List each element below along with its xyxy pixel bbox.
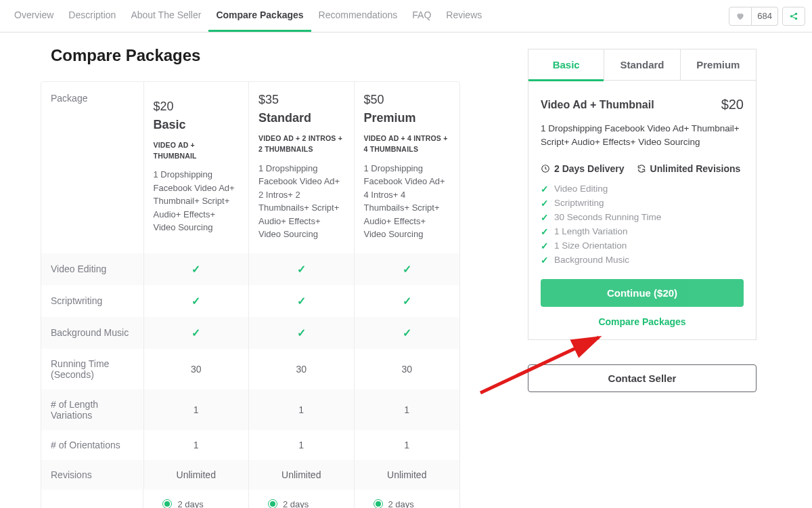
package-header-standard[interactable]: $35StandardVIDEO AD + 2 INTROS + 2 THUMB…	[249, 82, 355, 253]
table-cell: ✓	[249, 285, 355, 317]
delivery-radio[interactable]: 2 days	[374, 499, 414, 509]
table-row-label: Scriptwriting	[41, 285, 144, 317]
share-icon	[789, 12, 798, 21]
refresh-icon	[637, 164, 646, 173]
package-card-desc: 1 Dropshipping Facebook Video Ad+ Thumbn…	[541, 122, 744, 150]
table-row-label: Running Time (Seconds)	[41, 349, 144, 389]
package-tab-standard[interactable]: Standard	[604, 49, 680, 81]
delivery-radio[interactable]: 2 days	[162, 499, 203, 509]
check-icon: ✓	[541, 198, 549, 209]
check-icon: ✓	[191, 263, 200, 276]
table-cell: ✓	[144, 317, 250, 349]
section-tab-description[interactable]: Description	[61, 0, 123, 32]
table-cell: Unlimited	[249, 460, 355, 490]
table-cell: ✓	[355, 253, 460, 285]
package-card-title: Video Ad + Thumbnail	[541, 99, 654, 111]
share-button[interactable]	[782, 7, 805, 26]
check-icon: ✓	[541, 184, 549, 194]
table-header-package: Package	[41, 82, 144, 253]
table-cell: ✓	[249, 253, 355, 285]
svg-point-0	[790, 15, 793, 18]
feature-item: ✓Video Editing	[541, 184, 744, 194]
table-cell: 2 days1 day(+$10)	[355, 490, 460, 509]
table-cell: 30	[249, 349, 355, 389]
table-cell: ✓	[144, 253, 250, 285]
check-icon: ✓	[191, 295, 200, 308]
package-tab-basic[interactable]: Basic	[528, 49, 604, 81]
table-row-label: Video Editing	[41, 253, 144, 285]
section-tab-compare-packages[interactable]: Compare Packages	[208, 0, 311, 32]
feature-item: ✓30 Seconds Running Time	[541, 212, 744, 223]
check-icon: ✓	[541, 240, 549, 251]
table-row-label: # of Length Variations	[41, 389, 144, 430]
check-icon: ✓	[191, 326, 200, 339]
check-icon: ✓	[541, 212, 549, 223]
table-row-label: Background Music	[41, 317, 144, 349]
feature-item: ✓1 Length Variation	[541, 226, 744, 237]
table-cell: 30	[144, 349, 250, 389]
like-button[interactable]	[729, 7, 752, 26]
section-tabs: OverviewDescriptionAbout The SellerCompa…	[7, 0, 489, 32]
table-cell: 1	[144, 389, 250, 430]
table-row-label: Revisions	[41, 460, 144, 490]
table-cell: ✓	[249, 317, 355, 349]
section-tab-about-the-seller[interactable]: About The Seller	[123, 0, 208, 32]
feature-item: ✓Scriptwriting	[541, 198, 744, 209]
clock-icon	[541, 164, 550, 173]
section-tab-overview[interactable]: Overview	[7, 0, 61, 32]
compare-packages-table: Package$20BasicVIDEO AD + THUMBNAIL1 Dro…	[41, 81, 460, 508]
check-icon: ✓	[541, 226, 549, 237]
table-cell: ✓	[355, 317, 460, 349]
table-cell: 1	[355, 389, 460, 430]
check-icon: ✓	[297, 295, 306, 308]
package-tab-premium[interactable]: Premium	[681, 49, 757, 81]
check-icon: ✓	[541, 255, 549, 266]
package-card-price: $20	[721, 97, 744, 112]
feature-list: ✓Video Editing✓Scriptwriting✓30 Seconds …	[541, 184, 744, 266]
check-icon: ✓	[403, 326, 411, 339]
delivery-radio[interactable]: 2 days	[268, 499, 309, 509]
top-nav-actions: 684	[729, 7, 805, 26]
table-cell: 30	[355, 349, 460, 389]
svg-point-1	[795, 12, 798, 15]
check-icon: ✓	[297, 263, 306, 276]
table-cell: Unlimited	[355, 460, 460, 490]
section-tab-reviews[interactable]: Reviews	[438, 0, 489, 32]
heart-icon	[736, 12, 745, 21]
table-cell: Unlimited	[144, 460, 250, 490]
section-tab-faq[interactable]: FAQ	[405, 0, 438, 32]
package-tabs: BasicStandardPremium	[528, 49, 757, 81]
revisions-meta: Unlimited Revisions	[637, 163, 741, 174]
top-nav-bar: OverviewDescriptionAbout The SellerCompa…	[0, 0, 812, 33]
contact-seller-button[interactable]: Contact Seller	[528, 364, 757, 392]
like-count: 684	[752, 7, 778, 26]
check-icon: ✓	[403, 263, 411, 276]
page-title: Compare Packages	[51, 46, 460, 65]
table-cell: ✓	[144, 285, 250, 317]
package-card: Video Ad + Thumbnail $20 1 Dropshipping …	[528, 81, 757, 340]
continue-button[interactable]: Continue ($20)	[541, 279, 744, 307]
table-row-label: Delivery Time	[41, 490, 143, 509]
table-cell: 1	[144, 430, 250, 460]
package-header-basic[interactable]: $20BasicVIDEO AD + THUMBNAIL1 Dropshippi…	[144, 82, 250, 253]
check-icon: ✓	[403, 295, 411, 308]
table-row-label: # of Orientations	[41, 430, 144, 460]
check-icon: ✓	[297, 326, 306, 339]
section-tab-recommendations[interactable]: Recommendations	[311, 0, 405, 32]
package-header-premium[interactable]: $50PremiumVIDEO AD + 4 INTROS + 4 THUMBN…	[355, 82, 460, 253]
compare-packages-link[interactable]: Compare Packages	[541, 316, 744, 327]
table-cell: 1	[249, 430, 355, 460]
table-cell: 1	[249, 389, 355, 430]
like-box: 684	[729, 7, 778, 26]
feature-item: ✓1 Size Orientation	[541, 240, 744, 251]
table-cell: 1	[355, 430, 460, 460]
svg-point-2	[795, 17, 798, 20]
table-cell: ✓	[355, 285, 460, 317]
table-cell: 2 days1 day(+$10)	[249, 490, 355, 509]
delivery-meta: 2 Days Delivery	[541, 163, 625, 174]
feature-item: ✓Background Music	[541, 255, 744, 266]
table-cell: 2 days1 day(+$10)	[143, 490, 249, 509]
